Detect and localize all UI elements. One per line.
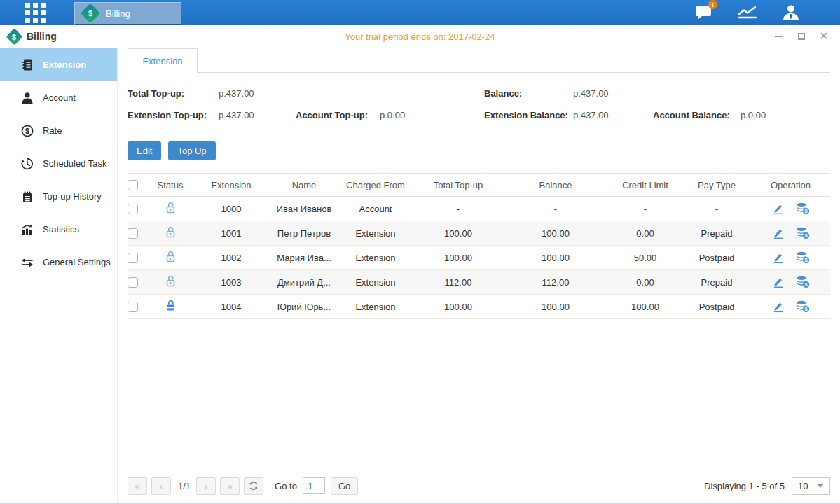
sidebar-item-label: Account [43, 92, 76, 103]
close-icon[interactable]: ✕ [819, 31, 829, 41]
refresh-icon [249, 481, 259, 491]
sidebar-item-label: Scheduled Task [43, 158, 107, 169]
table-row[interactable]: 1001 Петр Петров Extension 100.00 100.00… [128, 221, 830, 246]
cell-pay-type: Prepaid [682, 270, 751, 295]
total-topup-label: Total Top-up: [128, 88, 219, 99]
dollar-circle-icon: $ [21, 125, 34, 137]
table-row[interactable]: 1004 Юрий Юрь... Extension 100.00 100.00… [128, 295, 830, 319]
topbar-billing-tab[interactable]: $ Billing [74, 2, 181, 25]
sidebar-item-extension[interactable]: Extension [0, 48, 117, 81]
window-controls: ✕ [774, 31, 829, 41]
sidebar-item-topup-history[interactable]: Top-up History [0, 180, 117, 213]
messages-icon[interactable]: ! [693, 4, 715, 22]
cell-charged-from: Extension [338, 246, 413, 270]
row-checkbox[interactable] [128, 204, 138, 214]
prev-page-button[interactable]: ‹ [151, 477, 171, 495]
top-bar: $ Billing ! [0, 0, 840, 25]
cell-balance: 100.00 [503, 221, 608, 246]
total-topup-value: p.437.00 [219, 88, 254, 99]
row-checkbox[interactable] [128, 253, 138, 263]
last-page-button[interactable]: » [220, 477, 240, 495]
table-row[interactable]: 1000 Иван Иванов Account - - - - [128, 197, 830, 221]
edit-row-icon[interactable] [772, 300, 785, 313]
displaying-info: Displaying 1 - 5 of 5 [704, 481, 785, 491]
cell-pay-type: Postpaid [682, 246, 751, 270]
top-up-button[interactable]: Top Up [168, 141, 215, 160]
balance-label: Balance: [484, 88, 573, 99]
cell-credit-limit: - [608, 197, 682, 221]
page-size-select[interactable]: 10 [792, 477, 830, 495]
account-topup-value: p.0.00 [380, 110, 405, 120]
billing-title-icon: $ [6, 28, 22, 45]
first-page-button[interactable]: « [128, 477, 147, 495]
app-window: $ Billing ! [0, 0, 840, 504]
edit-row-icon[interactable] [772, 251, 785, 264]
app-grid-icon[interactable] [24, 1, 46, 24]
refresh-button[interactable] [244, 477, 263, 495]
row-checkbox[interactable] [128, 277, 138, 288]
row-checkbox[interactable] [128, 302, 138, 312]
cell-name: Мария Ива... [270, 246, 338, 270]
cell-charged-from: Extension [338, 221, 413, 246]
col-header-status: Status [149, 174, 192, 197]
top-up-row-icon[interactable]: $ [796, 276, 810, 288]
cell-extension: 1003 [192, 270, 270, 295]
edit-row-icon[interactable] [772, 276, 785, 288]
tab-extension[interactable]: Extension [128, 48, 198, 73]
status-unlocked-icon [164, 201, 177, 214]
cell-pay-type: Prepaid [682, 221, 751, 246]
cell-charged-from: Account [338, 197, 413, 221]
top-up-row-icon[interactable]: $ [796, 227, 810, 239]
sidebar-item-general-settings[interactable]: General Settings [0, 246, 117, 279]
cell-balance: 100.00 [503, 295, 608, 319]
edit-row-icon[interactable] [772, 227, 785, 239]
sidebar-item-label: Extension [43, 59, 86, 70]
table-row[interactable]: 1002 Мария Ива... Extension 100.00 100.0… [128, 246, 830, 270]
cell-extension: 1004 [192, 295, 270, 319]
col-header-total-topup: Total Top-up [413, 174, 503, 197]
sidebar-item-statistics[interactable]: Statistics [0, 213, 117, 246]
col-header-charged-from: Charged From [338, 174, 413, 197]
sidebar-item-rate[interactable]: $ Rate [0, 114, 117, 147]
go-button[interactable]: Go [331, 477, 358, 495]
user-account-icon[interactable] [780, 4, 802, 22]
select-all-checkbox[interactable] [128, 180, 138, 190]
status-locked-icon [164, 299, 177, 312]
sidebar: Extension Account $ Rate [0, 48, 118, 503]
edit-row-icon[interactable] [772, 202, 785, 215]
goto-page-input[interactable] [303, 477, 325, 494]
next-page-button[interactable]: › [196, 477, 216, 495]
sidebar-item-scheduled-task[interactable]: Scheduled Task [0, 147, 117, 180]
cell-total-topup: 100.00 [413, 295, 503, 319]
account-topup-label: Account Top-up: [296, 110, 380, 120]
minimize-icon[interactable] [774, 31, 784, 41]
col-header-name: Name [270, 174, 338, 197]
page-indicator: 1/1 [178, 481, 191, 491]
sidebar-item-label: General Settings [43, 257, 111, 267]
col-header-extension: Extension [192, 174, 270, 197]
main-content: Extension Total Top-up: p.437.00 Extensi… [118, 48, 840, 503]
top-up-row-icon[interactable]: $ [796, 251, 810, 264]
top-up-row-icon[interactable]: $ [796, 300, 810, 313]
row-checkbox[interactable] [128, 228, 138, 239]
table-row[interactable]: 1003 Дмитрий Д... Extension 112.00 112.0… [128, 270, 830, 295]
cell-name: Дмитрий Д... [270, 270, 338, 295]
cell-balance: 100.00 [503, 246, 608, 270]
edit-button[interactable]: Edit [128, 141, 161, 160]
account-balance-label: Account Balance: [653, 110, 741, 120]
status-unlocked-icon [164, 225, 177, 239]
sidebar-item-account[interactable]: Account [0, 81, 117, 114]
sidebar-item-label: Statistics [43, 224, 79, 234]
col-header-operation: Operation [751, 174, 830, 197]
cell-name: Иван Иванов [270, 197, 338, 221]
cell-balance: 112.00 [503, 270, 608, 295]
maximize-icon[interactable] [797, 31, 806, 41]
person-icon [21, 92, 34, 104]
trial-period-message: Your trial period ends on: 2017-02-24 [0, 31, 840, 42]
billing-app-icon: $ [81, 4, 100, 23]
cell-pay-type: Postpaid [682, 295, 751, 319]
statistics-chart-icon[interactable] [736, 4, 759, 22]
top-up-row-icon[interactable]: $ [796, 202, 810, 215]
cell-balance: - [503, 197, 608, 221]
sidebar-item-label: Top-up History [43, 191, 102, 202]
